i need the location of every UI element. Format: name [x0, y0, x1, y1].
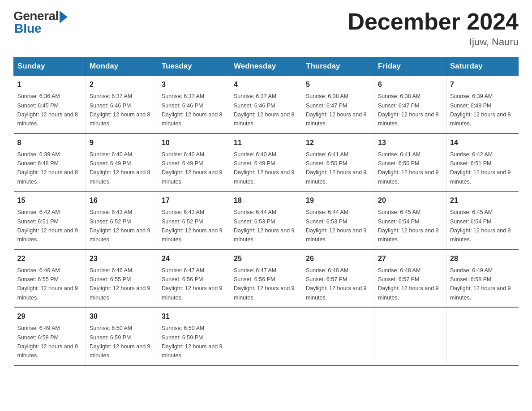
day-cell: 19 Sunrise: 6:44 AMSunset: 6:53 PMDaylig… [302, 191, 374, 249]
week-row-1: 1 Sunrise: 6:36 AMSunset: 6:45 PMDayligh… [14, 76, 519, 133]
logo: General Blue [13, 9, 68, 36]
column-header-wednesday: Wednesday [230, 57, 302, 76]
day-cell: 11 Sunrise: 6:40 AMSunset: 6:49 PMDaylig… [230, 133, 302, 192]
day-info: Sunrise: 6:45 AMSunset: 6:54 PMDaylight:… [450, 209, 511, 243]
day-cell: 24 Sunrise: 6:47 AMSunset: 6:56 PMDaylig… [158, 249, 230, 308]
day-number: 2 [90, 79, 154, 90]
day-info: Sunrise: 6:40 AMSunset: 6:49 PMDaylight:… [234, 151, 295, 185]
day-cell: 2 Sunrise: 6:37 AMSunset: 6:46 PMDayligh… [86, 76, 158, 133]
day-info: Sunrise: 6:47 AMSunset: 6:56 PMDaylight:… [162, 267, 223, 301]
day-cell: 7 Sunrise: 6:39 AMSunset: 6:48 PMDayligh… [446, 76, 519, 133]
header-row: SundayMondayTuesdayWednesdayThursdayFrid… [14, 57, 519, 76]
day-number: 16 [90, 195, 154, 206]
day-number: 14 [450, 137, 515, 148]
day-cell: 25 Sunrise: 6:47 AMSunset: 6:56 PMDaylig… [230, 249, 302, 308]
day-info: Sunrise: 6:41 AMSunset: 6:50 PMDaylight:… [306, 151, 367, 185]
day-cell: 4 Sunrise: 6:37 AMSunset: 6:46 PMDayligh… [230, 76, 302, 133]
day-info: Sunrise: 6:46 AMSunset: 6:55 PMDaylight:… [17, 267, 78, 301]
day-info: Sunrise: 6:37 AMSunset: 6:46 PMDaylight:… [162, 93, 223, 127]
day-info: Sunrise: 6:48 AMSunset: 6:57 PMDaylight:… [378, 267, 439, 301]
day-cell: 14 Sunrise: 6:42 AMSunset: 6:51 PMDaylig… [446, 133, 519, 192]
day-number: 9 [90, 137, 154, 148]
day-cell [230, 307, 302, 365]
day-number: 20 [378, 195, 442, 206]
day-number: 27 [378, 253, 442, 264]
day-number: 18 [234, 195, 298, 206]
column-header-sunday: Sunday [14, 57, 86, 76]
day-info: Sunrise: 6:44 AMSunset: 6:53 PMDaylight:… [234, 209, 295, 243]
day-cell: 5 Sunrise: 6:38 AMSunset: 6:47 PMDayligh… [302, 76, 374, 133]
day-info: Sunrise: 6:42 AMSunset: 6:51 PMDaylight:… [17, 209, 78, 243]
day-cell: 3 Sunrise: 6:37 AMSunset: 6:46 PMDayligh… [158, 76, 230, 133]
day-number: 7 [450, 79, 515, 90]
day-info: Sunrise: 6:38 AMSunset: 6:47 PMDaylight:… [378, 93, 439, 127]
day-number: 24 [162, 253, 226, 264]
column-header-tuesday: Tuesday [158, 57, 230, 76]
week-row-3: 15 Sunrise: 6:42 AMSunset: 6:51 PMDaylig… [14, 191, 519, 249]
day-info: Sunrise: 6:40 AMSunset: 6:49 PMDaylight:… [90, 151, 150, 185]
page-header: General Blue December 2024 Ijuw, Nauru [13, 9, 519, 48]
day-info: Sunrise: 6:47 AMSunset: 6:56 PMDaylight:… [234, 267, 295, 301]
day-number: 10 [162, 137, 226, 148]
day-number: 13 [378, 137, 442, 148]
day-info: Sunrise: 6:48 AMSunset: 6:57 PMDaylight:… [306, 267, 367, 301]
day-number: 12 [306, 137, 370, 148]
column-header-saturday: Saturday [446, 57, 519, 76]
day-number: 26 [306, 253, 370, 264]
day-cell: 20 Sunrise: 6:45 AMSunset: 6:54 PMDaylig… [374, 191, 446, 249]
day-number: 19 [306, 195, 370, 206]
day-cell: 6 Sunrise: 6:38 AMSunset: 6:47 PMDayligh… [374, 76, 446, 133]
day-info: Sunrise: 6:43 AMSunset: 6:52 PMDaylight:… [162, 209, 223, 243]
week-row-2: 8 Sunrise: 6:39 AMSunset: 6:48 PMDayligh… [14, 133, 519, 192]
day-cell: 9 Sunrise: 6:40 AMSunset: 6:49 PMDayligh… [86, 133, 158, 192]
day-cell: 17 Sunrise: 6:43 AMSunset: 6:52 PMDaylig… [158, 191, 230, 249]
day-cell: 22 Sunrise: 6:46 AMSunset: 6:55 PMDaylig… [14, 249, 86, 308]
day-cell: 26 Sunrise: 6:48 AMSunset: 6:57 PMDaylig… [302, 249, 374, 308]
day-info: Sunrise: 6:43 AMSunset: 6:52 PMDaylight:… [90, 209, 150, 243]
day-info: Sunrise: 6:39 AMSunset: 6:48 PMDaylight:… [450, 93, 511, 127]
day-info: Sunrise: 6:44 AMSunset: 6:53 PMDaylight:… [306, 209, 367, 243]
day-cell: 12 Sunrise: 6:41 AMSunset: 6:50 PMDaylig… [302, 133, 374, 192]
week-row-5: 29 Sunrise: 6:49 AMSunset: 6:58 PMDaylig… [14, 307, 519, 365]
day-info: Sunrise: 6:50 AMSunset: 6:59 PMDaylight:… [162, 325, 223, 359]
day-cell: 31 Sunrise: 6:50 AMSunset: 6:59 PMDaylig… [158, 307, 230, 365]
column-header-monday: Monday [86, 57, 158, 76]
day-info: Sunrise: 6:40 AMSunset: 6:49 PMDaylight:… [162, 151, 223, 185]
day-number: 6 [378, 79, 442, 90]
day-number: 11 [234, 137, 298, 148]
logo-blue-text: Blue [13, 21, 68, 36]
day-info: Sunrise: 6:49 AMSunset: 6:58 PMDaylight:… [17, 325, 78, 359]
day-number: 28 [450, 253, 515, 264]
day-number: 15 [17, 195, 82, 206]
day-cell: 23 Sunrise: 6:46 AMSunset: 6:55 PMDaylig… [86, 249, 158, 308]
calendar-table: SundayMondayTuesdayWednesdayThursdayFrid… [13, 57, 519, 366]
column-header-friday: Friday [374, 57, 446, 76]
day-info: Sunrise: 6:37 AMSunset: 6:46 PMDaylight:… [90, 93, 150, 127]
month-title: December 2024 [348, 9, 519, 34]
day-cell: 27 Sunrise: 6:48 AMSunset: 6:57 PMDaylig… [374, 249, 446, 308]
day-cell: 13 Sunrise: 6:41 AMSunset: 6:50 PMDaylig… [374, 133, 446, 192]
day-info: Sunrise: 6:42 AMSunset: 6:51 PMDaylight:… [450, 151, 511, 185]
day-number: 21 [450, 195, 515, 206]
day-cell: 8 Sunrise: 6:39 AMSunset: 6:48 PMDayligh… [14, 133, 86, 192]
day-cell: 30 Sunrise: 6:50 AMSunset: 6:59 PMDaylig… [86, 307, 158, 365]
day-info: Sunrise: 6:45 AMSunset: 6:54 PMDaylight:… [378, 209, 439, 243]
day-info: Sunrise: 6:46 AMSunset: 6:55 PMDaylight:… [90, 267, 150, 301]
day-info: Sunrise: 6:37 AMSunset: 6:46 PMDaylight:… [234, 93, 295, 127]
day-info: Sunrise: 6:49 AMSunset: 6:58 PMDaylight:… [450, 267, 511, 301]
day-number: 1 [17, 79, 82, 90]
column-header-thursday: Thursday [302, 57, 374, 76]
day-info: Sunrise: 6:50 AMSunset: 6:59 PMDaylight:… [90, 325, 150, 359]
day-number: 25 [234, 253, 298, 264]
day-number: 30 [90, 311, 154, 322]
day-number: 5 [306, 79, 370, 90]
day-number: 17 [162, 195, 226, 206]
week-row-4: 22 Sunrise: 6:46 AMSunset: 6:55 PMDaylig… [14, 249, 519, 308]
day-info: Sunrise: 6:39 AMSunset: 6:48 PMDaylight:… [17, 151, 78, 185]
title-section: December 2024 Ijuw, Nauru [348, 9, 519, 48]
day-cell [302, 307, 374, 365]
day-number: 29 [17, 311, 82, 322]
day-number: 31 [162, 311, 226, 322]
day-cell: 28 Sunrise: 6:49 AMSunset: 6:58 PMDaylig… [446, 249, 519, 308]
day-cell: 1 Sunrise: 6:36 AMSunset: 6:45 PMDayligh… [14, 76, 86, 133]
